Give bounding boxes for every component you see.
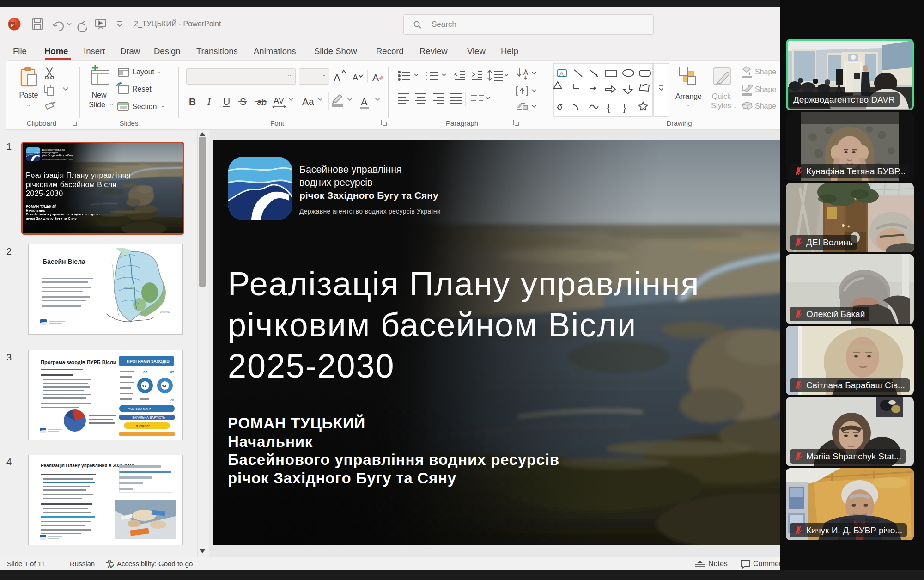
svg-text:67: 67 xyxy=(170,370,174,374)
svg-text:Програма заходів ПУРБ Вісли: Програма заходів ПУРБ Вісли xyxy=(41,360,116,365)
svg-text:62: 62 xyxy=(162,384,166,388)
svg-text:73: 73 xyxy=(170,398,174,402)
svg-text:POLAND: POLAND xyxy=(124,287,135,289)
svg-text:67: 67 xyxy=(142,384,146,388)
svg-text:≈22 500 млн*: ≈22 500 млн* xyxy=(128,407,151,411)
svg-text:A: A xyxy=(334,72,340,84)
svg-text:ПРОГРАМИ ЗАХОДІВ: ПРОГРАМИ ЗАХОДІВ xyxy=(127,359,170,364)
svg-text:UKRAINE: UKRAINE xyxy=(160,311,170,313)
svg-text:AV: AV xyxy=(274,96,284,105)
svg-text:A: A xyxy=(361,96,368,108)
svg-text:B: B xyxy=(189,96,196,107)
svg-text:Басейн Вісла: Басейн Вісла xyxy=(43,258,85,265)
svg-text:A: A xyxy=(372,72,379,83)
svg-text:{: { xyxy=(607,102,610,113)
svg-text:ЗАГАЛЬНА ВАРТІСТЬ: ЗАГАЛЬНА ВАРТІСТЬ xyxy=(132,416,165,419)
svg-text:U: U xyxy=(223,96,230,107)
svg-text:67: 67 xyxy=(143,370,147,374)
svg-text:}: } xyxy=(623,102,626,113)
svg-text:Aa: Aa xyxy=(302,96,314,107)
svg-text:P: P xyxy=(11,23,14,28)
svg-text:A: A xyxy=(353,73,358,82)
svg-text:I: I xyxy=(207,96,211,107)
svg-text:≈ 260%*: ≈ 260%* xyxy=(136,424,150,428)
svg-text:A: A xyxy=(559,70,564,77)
